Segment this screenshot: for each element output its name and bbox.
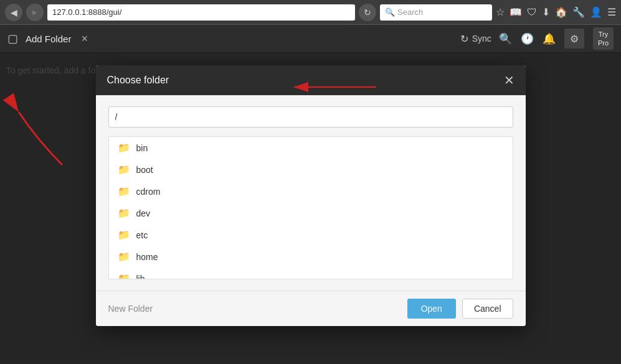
try-pro-button[interactable]: Try Pro	[593, 27, 614, 50]
try-pro-line1: Try	[599, 30, 608, 38]
file-list: 📁 bin 📁 boot 📁 cdrom 📁 dev	[108, 136, 513, 279]
app-bar: ▢ Add Folder ✕ ↻ Sync 🔍 🕐 🔔 ⚙ Try Pro	[0, 25, 621, 53]
open-button[interactable]: Open	[407, 299, 456, 319]
folder-icon: 📁	[118, 273, 130, 279]
folder-name: bin	[136, 143, 148, 153]
notification-action-icon[interactable]: 🔔	[543, 32, 556, 45]
search-action-icon[interactable]: 🔍	[499, 32, 512, 45]
reading-icon[interactable]: 📖	[510, 6, 522, 18]
sync-icon: ↻	[460, 33, 468, 45]
app-bar-title: Add Folder	[26, 34, 71, 44]
folder-name: dev	[136, 208, 151, 218]
search-placeholder: Search	[397, 7, 423, 17]
folder-icon: ▢	[7, 32, 18, 45]
list-item[interactable]: 📁 lib	[109, 268, 513, 279]
refresh-button[interactable]: ↻	[359, 4, 376, 21]
refresh-icon: ↻	[364, 7, 371, 17]
path-input[interactable]	[108, 106, 513, 128]
menu-icon[interactable]: ☰	[607, 6, 616, 18]
try-pro-line2: Pro	[598, 39, 609, 47]
list-item[interactable]: 📁 bin	[109, 137, 513, 159]
modal-overlay: Choose folder ✕ 📁 bin 📁 boot 📁	[0, 53, 621, 364]
cancel-button[interactable]: Cancel	[462, 299, 513, 319]
folder-name: cdrom	[136, 187, 161, 197]
dialog-body: 📁 bin 📁 boot 📁 cdrom 📁 dev	[96, 95, 526, 291]
list-item[interactable]: 📁 boot	[109, 159, 513, 180]
extensions-icon[interactable]: 🔧	[572, 6, 585, 18]
folder-icon: 📁	[118, 164, 130, 175]
gear-icon: ⚙	[570, 33, 579, 45]
app-content: To get started, add a fo... Choose folde…	[0, 53, 621, 364]
folder-icon: 📁	[118, 229, 130, 241]
user-icon[interactable]: 👤	[590, 6, 602, 18]
folder-icon: 📁	[118, 142, 130, 154]
browser-toolbar: ☆ 📖 🛡 ⬇ 🏠 🔧 👤 ☰	[496, 6, 616, 18]
search-bar[interactable]: 🔍 Search	[380, 4, 492, 21]
new-folder-button[interactable]: New Folder	[108, 304, 153, 314]
list-item[interactable]: 📁 cdrom	[109, 180, 513, 202]
dialog-close-button[interactable]: ✕	[504, 74, 514, 86]
footer-buttons: Open Cancel	[407, 299, 513, 319]
app-bar-actions: 🔍 🕐 🔔 ⚙ Try Pro	[499, 27, 614, 50]
folder-name: etc	[136, 230, 148, 240]
folder-name: lib	[136, 274, 145, 280]
url-bar[interactable]: 127.0.0.1:8888/gui/	[47, 4, 355, 21]
sync-text: Sync	[472, 34, 491, 44]
home-icon[interactable]: 🏠	[555, 6, 567, 18]
back-icon: ◀	[11, 7, 17, 17]
browser-chrome: ◀ ▶ 127.0.0.1:8888/gui/ ↻ 🔍 Search ☆ 📖 🛡…	[0, 0, 621, 25]
folder-icon: 📁	[118, 207, 130, 219]
dialog-footer: New Folder Open Cancel	[96, 291, 526, 326]
sync-label: ↻ Sync	[460, 33, 491, 45]
list-item[interactable]: 📁 home	[109, 246, 513, 268]
url-text: 127.0.0.1:8888/gui/	[52, 7, 121, 17]
forward-button[interactable]: ▶	[26, 4, 44, 21]
folder-name: boot	[136, 165, 153, 175]
dialog-header: Choose folder ✕	[96, 65, 526, 95]
search-icon: 🔍	[385, 7, 395, 17]
folder-icon: 📁	[118, 185, 130, 197]
folder-name: home	[136, 252, 158, 262]
forward-icon: ▶	[32, 9, 37, 16]
pocket-icon[interactable]: 🛡	[527, 7, 537, 18]
list-item[interactable]: 📁 dev	[109, 202, 513, 224]
list-item[interactable]: 📁 etc	[109, 224, 513, 246]
choose-folder-dialog: Choose folder ✕ 📁 bin 📁 boot 📁	[96, 65, 526, 326]
history-action-icon[interactable]: 🕐	[521, 32, 534, 45]
settings-button[interactable]: ⚙	[564, 29, 584, 49]
back-button[interactable]: ◀	[5, 4, 22, 21]
star-icon[interactable]: ☆	[496, 6, 505, 18]
download-icon[interactable]: ⬇	[542, 6, 550, 18]
dialog-title: Choose folder	[107, 75, 169, 86]
folder-icon: 📁	[118, 251, 130, 263]
add-folder-close-icon[interactable]: ✕	[81, 34, 88, 44]
